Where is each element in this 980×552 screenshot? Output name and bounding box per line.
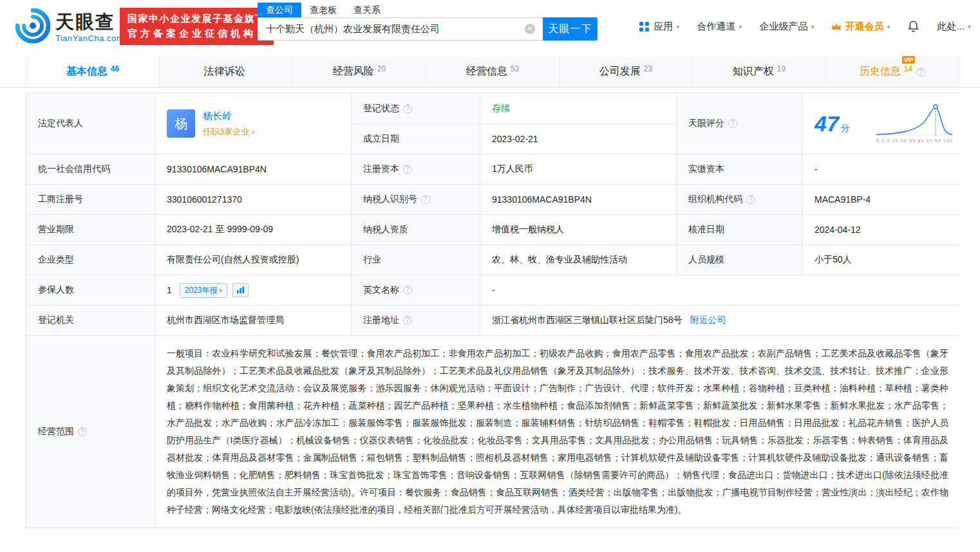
label-credit-code: 统一社会信用代码 [26, 154, 155, 185]
tab-history-info[interactable]: 历史信息 14 VIP [826, 57, 959, 87]
nav-enterprise-label: 企业级产品 [759, 21, 807, 33]
value-establish-date: 2023-02-21 [480, 124, 677, 154]
help-icon[interactable] [403, 286, 412, 295]
tab-business-info[interactable]: 经营信息 53 [426, 57, 560, 87]
label-registered-capital: 注册资本 [352, 154, 480, 185]
nav-cooperation[interactable]: 合作通道 [697, 21, 742, 33]
brand-name: 天眼查 [55, 12, 124, 32]
help-icon[interactable] [746, 195, 755, 204]
tab-label: 历史信息 [860, 65, 901, 78]
section-tabbar-wrap: 基本信息 46 法律诉讼 经营风险 20 经营信息 53 公司发展 23 知识产… [0, 57, 980, 87]
value-tianyan-score: 47 分 0 1 3 15 50 65 81 97 99 100 [803, 93, 960, 154]
value-organization-code: MACA91BP-4 [803, 185, 960, 215]
value-registered-address: 浙江省杭州市西湖区三墩镇山联社区后陡门58号 附近公司 [480, 306, 960, 336]
value-registration-number: 330106001271370 [155, 185, 352, 215]
nav-more-label: 此处... [937, 21, 965, 33]
help-icon[interactable] [421, 195, 430, 204]
nav-enterprise-products[interactable]: 企业级产品 [759, 21, 814, 33]
legal-rep-positions-link[interactable]: 任职3家企业 [203, 126, 254, 138]
tab-count: 19 [777, 64, 786, 73]
nearby-companies-link[interactable]: 附近公司 [690, 315, 726, 326]
tab-label: 基本信息 [66, 65, 108, 78]
legal-rep-name-link[interactable]: 杨长岭 [203, 110, 254, 122]
tab-legal-proceedings[interactable]: 法律诉讼 [160, 57, 293, 87]
header: 天眼查 TianYanCha.com 国家中小企业发展子基金旗下 官方备案企业征… [0, 0, 980, 54]
label-establish-date: 成立日期 [352, 124, 480, 154]
label-registration-number: 工商注册号 [26, 185, 155, 215]
annual-report-badge[interactable]: 2023年报 [180, 283, 227, 298]
help-icon[interactable] [728, 119, 737, 128]
legal-rep-avatar[interactable]: 杨 [167, 109, 195, 138]
notification-bell-icon[interactable] [907, 20, 919, 33]
label-registration-status: 登记状态 [352, 93, 480, 124]
value-company-type: 有限责任公司(自然人投资或控股) [155, 245, 352, 275]
tab-label: 法律诉讼 [204, 65, 245, 78]
tab-count: 46 [111, 64, 119, 73]
tab-intellectual-property[interactable]: 知识产权 19 [693, 57, 826, 87]
score-unit: 分 [841, 123, 850, 134]
value-industry: 农、林、牧、渔专业及辅助性活动 [480, 245, 677, 275]
label-organization-code: 组织机构代码 [677, 185, 803, 215]
badge-line2: 官方备案企业征信机构 [127, 28, 266, 40]
value-insured-count: 1 2023年报 [155, 275, 352, 306]
basic-info-table: 法定代表人 杨 杨长岭 任职3家企业 登记状态 存续 天眼评分 47 分 [26, 93, 959, 528]
search-input[interactable] [258, 17, 543, 41]
tab-label: 知识产权 [733, 65, 774, 78]
insured-trend-chart-icon[interactable] [232, 283, 249, 297]
tab-count: 23 [644, 64, 652, 73]
value-staff-size: 小于50人 [803, 245, 960, 275]
label-staff-size: 人员规模 [677, 245, 803, 275]
value-english-name: - [480, 275, 960, 306]
brand-domain: TianYanCha.com [55, 33, 124, 43]
tab-label: 经营风险 [333, 65, 374, 78]
label-paid-capital: 实缴资本 [677, 154, 803, 185]
apps-grid-icon [639, 22, 649, 32]
tab-label: 经营信息 [466, 65, 507, 78]
vip-badge: VIP [902, 56, 916, 64]
score-distribution-chart: 0 1 3 15 50 65 81 97 99 100 [874, 102, 955, 146]
tab-operating-risk[interactable]: 经营风险 20 [293, 57, 426, 87]
value-business-term: 2023-02-21 至 9999-09-09 [155, 215, 352, 245]
clear-search-icon[interactable] [525, 24, 535, 34]
nav-open-vip[interactable]: 开通会员 [831, 21, 890, 33]
help-icon[interactable] [403, 165, 412, 174]
help-icon[interactable] [78, 427, 87, 436]
help-icon[interactable] [916, 68, 925, 77]
tab-count: 14 [904, 64, 912, 73]
help-icon[interactable] [403, 316, 412, 325]
label-taxpayer-id: 纳税人识别号 [352, 185, 480, 215]
label-business-term: 营业期限 [26, 215, 155, 245]
value-credit-code: 91330106MACA91BP4N [155, 154, 352, 185]
search-tab-relation[interactable]: 查关系 [345, 3, 389, 18]
label-insured-count: 参保人数 [26, 275, 155, 306]
value-approval-date: 2024-04-12 [803, 215, 960, 245]
tab-basic-info[interactable]: 基本信息 46 [26, 57, 160, 87]
tab-company-development[interactable]: 公司发展 23 [560, 57, 693, 87]
tab-count: 53 [511, 64, 519, 73]
label-industry: 行业 [352, 245, 480, 275]
value-registered-capital: 1万人民币 [480, 154, 677, 185]
help-icon[interactable] [403, 104, 412, 113]
score-number: 47 [815, 111, 839, 136]
search-tab-company[interactable]: 查公司 [258, 3, 301, 18]
score-axis-labels: 0 1 3 15 50 65 81 97 99 100 [876, 138, 952, 143]
page: 天眼查 TianYanCha.com 国家中小企业发展子基金旗下 官方备案企业征… [0, 0, 980, 552]
nav-open-vip-label: 开通会员 [845, 21, 883, 33]
nav-apps[interactable]: 应用 [639, 21, 679, 33]
nav-more[interactable]: 此处... [937, 21, 971, 33]
top-navigation: 应用 合作通道 企业级产品 开通会员 此处... [622, 20, 971, 33]
label-approval-date: 核准日期 [677, 215, 803, 245]
label-taxpayer-quality: 纳税人资质 [352, 215, 480, 245]
label-business-scope: 经营范围 [26, 336, 155, 528]
logo[interactable]: 天眼查 TianYanCha.com [15, 8, 124, 46]
value-registration-authority: 杭州市西湖区市场监督管理局 [155, 306, 352, 336]
section-tabbar: 基本信息 46 法律诉讼 经营风险 20 经营信息 53 公司发展 23 知识产… [26, 57, 959, 87]
label-legal-representative: 法定代表人 [26, 93, 155, 154]
value-paid-capital: - [803, 154, 960, 185]
search-type-tabs: 查公司 查老板 查关系 [258, 3, 389, 18]
search-tab-boss[interactable]: 查老板 [301, 3, 345, 18]
label-english-name: 英文名称 [352, 275, 480, 306]
government-certification-badge: 国家中小企业发展子基金旗下 官方备案企业征信机构 [120, 8, 274, 45]
search-button[interactable]: 天眼一下 [543, 17, 598, 41]
tab-label: 公司发展 [599, 65, 641, 78]
